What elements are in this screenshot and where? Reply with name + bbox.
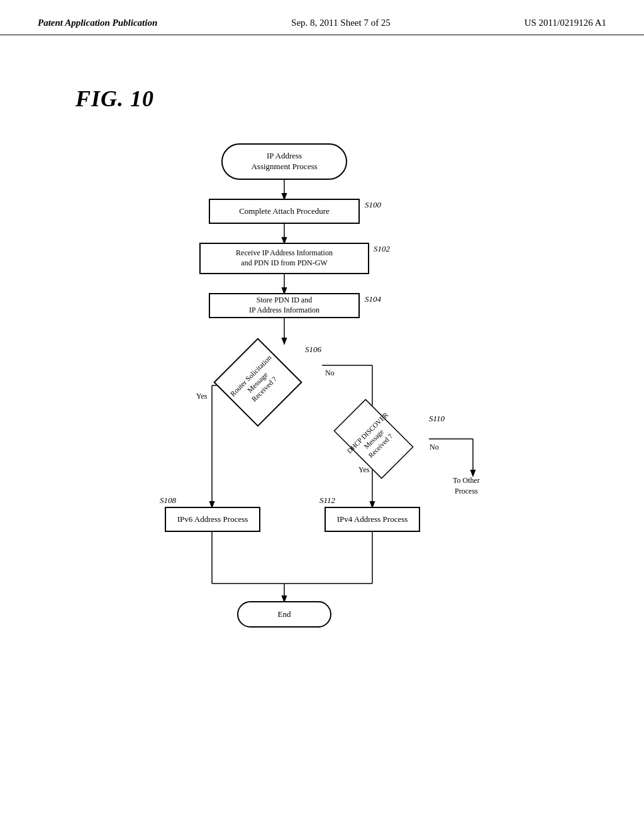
s110-no-label: No [430, 443, 439, 452]
figure-title: FIG. 10 [75, 86, 644, 112]
header-patent-number: US 2011/0219126 A1 [525, 18, 606, 28]
s106-diamond-wrapper: Router SolicitationMessageReceived ? [214, 338, 302, 426]
page-header: Patent Application Publication Sep. 8, 2… [0, 0, 644, 35]
start-node: IP Address Assignment Process [221, 143, 347, 180]
s112-node: IPv4 Address Process [325, 507, 420, 532]
s106-yes-label: Yes [196, 392, 207, 401]
s106-label: S106 [305, 345, 321, 355]
s104-node: Store PDN ID and IP Address Information [209, 293, 360, 318]
header-publication-label: Patent Application Publication [38, 18, 157, 28]
s110-label: S110 [429, 414, 445, 424]
s102-node: Receive IP Address Information and PDN I… [199, 243, 369, 274]
s112-label: S112 [319, 495, 335, 506]
s106-no-label: No [325, 368, 335, 378]
s102-label: S102 [374, 244, 390, 254]
s100-label: S100 [365, 200, 381, 210]
end-node: End [237, 601, 331, 628]
s108-label: S108 [160, 495, 176, 506]
s110-diamond-wrapper: DHCP DISCOVERMessageReceived ? [321, 407, 426, 470]
flowchart-diagram: IP Address Assignment Process Complete A… [102, 131, 542, 697]
s108-node: IPv6 Address Process [165, 507, 260, 532]
s104-label: S104 [365, 294, 381, 304]
header-date-sheet: Sep. 8, 2011 Sheet 7 of 25 [291, 18, 391, 28]
s100-node: Complete Attach Procedure [209, 199, 360, 224]
to-other-process: To Other Process [453, 475, 480, 497]
